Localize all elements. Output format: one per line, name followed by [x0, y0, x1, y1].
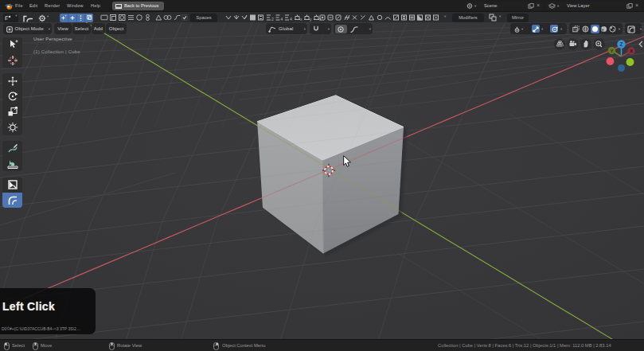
svg-text:Y: Y: [610, 49, 613, 53]
svg-text:4: 4: [290, 17, 292, 21]
svg-text:x: x: [300, 17, 302, 21]
svg-text:y: y: [310, 17, 312, 21]
svg-text:4: 4: [281, 17, 283, 21]
svg-text:2: 2: [271, 17, 274, 21]
svg-text:X: X: [630, 49, 633, 53]
svg-text:Z: Z: [620, 41, 623, 47]
